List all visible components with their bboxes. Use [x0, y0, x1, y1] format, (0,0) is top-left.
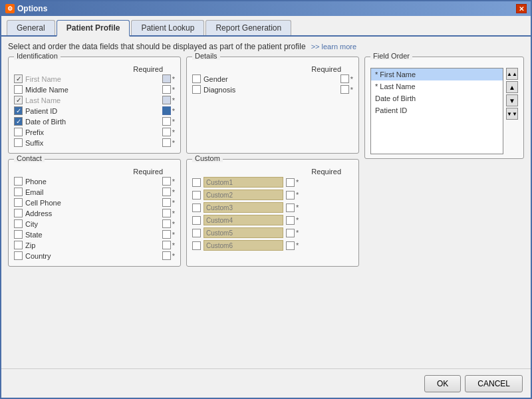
prefix-label[interactable]: Prefix: [14, 128, 162, 136]
address-req-checkbox[interactable]: [162, 209, 171, 217]
middlename-req-checkbox[interactable]: [162, 85, 171, 94]
field-row-custom3: *: [192, 202, 353, 213]
country-checkbox[interactable]: [14, 251, 23, 260]
city-label[interactable]: City: [14, 219, 162, 228]
custom3-req-checkbox[interactable]: [286, 203, 295, 212]
phone-label[interactable]: Phone: [14, 177, 162, 186]
tab-general[interactable]: General: [7, 20, 55, 35]
custom-required-header: Required: [192, 168, 353, 176]
dob-label[interactable]: Date of Birth: [14, 117, 162, 126]
gender-checkbox[interactable]: [192, 74, 201, 83]
suffix-checkbox[interactable]: [14, 138, 23, 147]
tab-patient-lookup[interactable]: Patient Lookup: [131, 20, 204, 35]
phone-req-checkbox[interactable]: [162, 177, 171, 186]
cellphone-req-checkbox[interactable]: [162, 198, 171, 207]
field-row-custom6: *: [192, 240, 353, 251]
field-row-prefix: Prefix *: [14, 128, 175, 136]
custom4-req-checkbox[interactable]: [286, 216, 295, 225]
city-checkbox[interactable]: [14, 219, 23, 228]
custom1-input[interactable]: [203, 177, 283, 188]
address-label[interactable]: Address: [14, 209, 162, 217]
tab-patient-profile[interactable]: Patient Profile: [57, 20, 130, 37]
zip-label[interactable]: Zip: [14, 241, 162, 249]
custom4-checkbox[interactable]: [192, 216, 201, 225]
diagnosis-label[interactable]: Diagnosis: [192, 85, 340, 94]
scroll-down-button[interactable]: ▼: [506, 94, 518, 106]
custom5-req-checkbox[interactable]: [286, 229, 295, 237]
field-row-custom1: *: [192, 177, 353, 188]
custom3-input[interactable]: [203, 202, 283, 213]
gender-req-checkbox[interactable]: [340, 74, 349, 83]
tab-report-generation[interactable]: Report Generation: [205, 20, 291, 35]
field-order-panel: Field Order * First Name * Last Name Dat…: [364, 57, 524, 159]
diagnosis-req-star: *: [350, 86, 353, 94]
country-label[interactable]: Country: [14, 251, 162, 260]
custom2-checkbox[interactable]: [192, 191, 201, 200]
field-order-item-3[interactable]: Patient ID: [371, 104, 503, 116]
firstname-checkbox[interactable]: [14, 74, 23, 83]
diagnosis-checkbox[interactable]: [192, 85, 201, 94]
prefix-req-star: *: [172, 128, 175, 136]
lastname-checkbox[interactable]: [14, 96, 23, 104]
custom3-checkbox[interactable]: [192, 203, 201, 212]
city-req-checkbox[interactable]: [162, 219, 171, 228]
field-row-dob: Date of Birth *: [14, 117, 175, 126]
identification-title: Identification: [14, 52, 61, 60]
field-row-firstname: First Name *: [14, 74, 175, 83]
state-req-checkbox[interactable]: [162, 230, 171, 239]
address-checkbox[interactable]: [14, 209, 23, 217]
cellphone-label[interactable]: Cell Phone: [14, 198, 162, 207]
field-order-item-1[interactable]: * Last Name: [371, 80, 503, 92]
email-req-checkbox[interactable]: [162, 188, 171, 196]
custom1-req-checkbox[interactable]: [286, 178, 295, 187]
lastname-req-checkbox[interactable]: [162, 96, 171, 104]
custom5-checkbox[interactable]: [192, 229, 201, 237]
country-req-checkbox[interactable]: [162, 251, 171, 260]
field-row-middlename: Middle Name *: [14, 85, 175, 94]
ok-button[interactable]: OK: [424, 375, 461, 392]
custom4-input[interactable]: [203, 215, 283, 225]
lastname-label[interactable]: Last Name: [14, 96, 162, 104]
close-button[interactable]: ✕: [516, 4, 527, 13]
field-order-content: * First Name * Last Name Date of Birth P…: [370, 68, 518, 154]
scroll-top-button[interactable]: ▲▲: [506, 68, 518, 80]
patientid-checkbox[interactable]: [14, 106, 23, 115]
middlename-checkbox[interactable]: [14, 85, 23, 94]
custom5-input[interactable]: [203, 227, 283, 238]
firstname-req-checkbox[interactable]: [162, 74, 171, 83]
state-label[interactable]: State: [14, 230, 162, 239]
zip-req-checkbox[interactable]: [162, 241, 171, 249]
field-order-item-0[interactable]: * First Name: [371, 68, 503, 80]
patientid-label[interactable]: Patient ID: [14, 106, 162, 115]
dob-req-checkbox[interactable]: [162, 117, 171, 126]
prefix-req-checkbox[interactable]: [162, 128, 171, 136]
scroll-bottom-button[interactable]: ▼▼: [506, 108, 518, 120]
field-order-item-2[interactable]: Date of Birth: [371, 92, 503, 104]
state-checkbox[interactable]: [14, 230, 23, 239]
custom2-req-checkbox[interactable]: [286, 191, 295, 200]
gender-label[interactable]: Gender: [192, 74, 340, 83]
custom2-input[interactable]: [203, 190, 283, 200]
scroll-up-button[interactable]: ▲: [506, 81, 518, 93]
identification-panel: Identification Required First Name *: [8, 57, 181, 154]
diagnosis-req-checkbox[interactable]: [340, 85, 349, 94]
email-checkbox[interactable]: [14, 188, 23, 196]
prefix-checkbox[interactable]: [14, 128, 23, 136]
custom1-checkbox[interactable]: [192, 178, 201, 187]
patientid-req-checkbox[interactable]: [162, 106, 171, 115]
middlename-label[interactable]: Middle Name: [14, 85, 162, 94]
email-label[interactable]: Email: [14, 188, 162, 196]
custom6-checkbox[interactable]: [192, 241, 201, 250]
suffix-label[interactable]: Suffix: [14, 138, 162, 147]
learn-more-link[interactable]: >> learn more: [311, 43, 356, 51]
field-row-address: Address *: [14, 209, 175, 217]
cancel-button[interactable]: CANCEL: [465, 375, 523, 392]
suffix-req-checkbox[interactable]: [162, 138, 171, 147]
custom6-input[interactable]: [203, 240, 283, 251]
custom6-req-checkbox[interactable]: [286, 241, 295, 250]
phone-checkbox[interactable]: [14, 177, 23, 186]
zip-checkbox[interactable]: [14, 241, 23, 249]
dob-checkbox[interactable]: [14, 117, 23, 126]
firstname-label[interactable]: First Name: [14, 74, 162, 83]
cellphone-checkbox[interactable]: [14, 198, 23, 207]
